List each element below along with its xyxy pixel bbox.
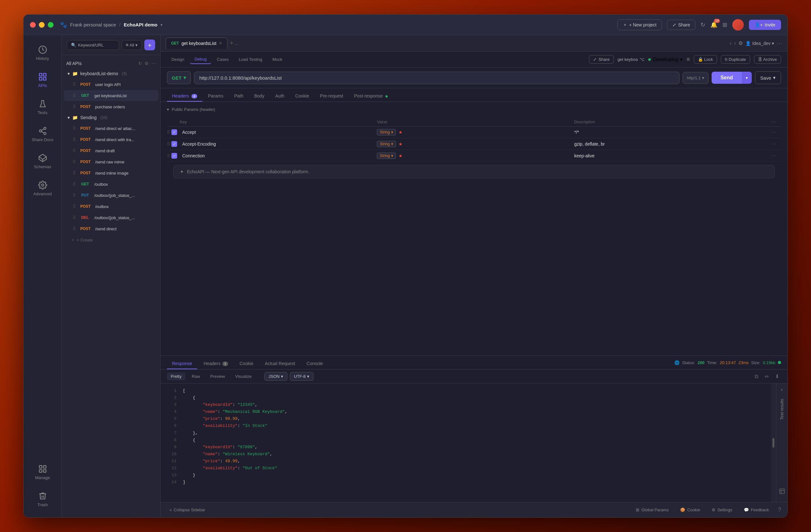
- resp-tab-console[interactable]: Console: [302, 359, 328, 369]
- tab-close-icon[interactable]: ×: [219, 41, 222, 46]
- send-dropdown-button[interactable]: ▾: [742, 72, 752, 84]
- tab-plus-button[interactable]: +: [230, 40, 233, 46]
- api-item-send-direct-attach[interactable]: ⠿ POST /send direct w/ attac...: [64, 123, 158, 134]
- notification-bell[interactable]: 🔔 19: [710, 21, 717, 28]
- send-button[interactable]: Send: [711, 72, 742, 84]
- collapse-sidebar-button[interactable]: « Collapse Sidebar: [167, 506, 208, 514]
- lock-button[interactable]: 🔒 Lock: [694, 55, 717, 64]
- refresh-icon[interactable]: ↻: [138, 61, 142, 66]
- param-tab-pre-request[interactable]: Pre-request: [315, 91, 348, 102]
- tab-design[interactable]: Design: [167, 55, 188, 64]
- sidebar-item-advanced[interactable]: Advanced: [24, 176, 61, 201]
- format-tab-preview[interactable]: Preview: [206, 373, 229, 380]
- format-tab-raw[interactable]: Raw: [188, 373, 204, 380]
- gear-icon[interactable]: ⚙: [738, 40, 743, 46]
- param-tab-body[interactable]: Body: [249, 91, 270, 102]
- api-item-keyboards-list[interactable]: ⠿ GET get keyboardsList: [64, 90, 158, 101]
- api-item-send-inline[interactable]: ⠿ POST /send inline image: [64, 168, 158, 178]
- chevron-left-icon[interactable]: ‹: [781, 387, 783, 393]
- avatar[interactable]: [732, 19, 744, 31]
- url-input[interactable]: [194, 72, 679, 84]
- api-item-send-draft[interactable]: ⠿ POST /send draft: [64, 145, 158, 156]
- tab-cases[interactable]: Cases: [213, 55, 233, 64]
- tab-mock[interactable]: Mock: [268, 55, 287, 64]
- resp-tab-actual-request[interactable]: Actual Request: [260, 359, 301, 369]
- sidebar-item-schemas[interactable]: Schemas: [24, 149, 61, 174]
- sidebar-item-share-docs[interactable]: Share Docs: [24, 121, 61, 147]
- row-more[interactable]: ⋯: [771, 141, 781, 147]
- sidebar-item-manage[interactable]: Manage: [24, 459, 61, 485]
- sidebar-item-history[interactable]: History: [24, 40, 61, 66]
- chevron-right-icon[interactable]: ›: [734, 40, 736, 46]
- format-selector[interactable]: JSON ▾: [264, 372, 287, 381]
- param-tab-headers[interactable]: Headers 4: [167, 91, 202, 102]
- api-item-outbox-del[interactable]: ⠿ DEL /outbox/{job_status_...: [64, 212, 158, 223]
- type-pill[interactable]: String ▾: [377, 153, 396, 159]
- all-apis-header[interactable]: All APIs ↻ ⚙ ⋯: [62, 58, 160, 69]
- method-selector[interactable]: GET ▾: [167, 71, 191, 84]
- more-icon[interactable]: ⋯: [151, 61, 156, 66]
- sending-folder[interactable]: ▾ 📁 Sending (10): [62, 112, 160, 123]
- resp-tab-response[interactable]: Response: [167, 359, 197, 369]
- row-more[interactable]: ⋯: [771, 130, 781, 135]
- row-checkbox[interactable]: ✓: [171, 130, 177, 135]
- create-button[interactable]: ＋ + Create: [62, 234, 160, 245]
- format-tab-pretty[interactable]: Pretty: [167, 373, 185, 380]
- search-box[interactable]: 🔍 Keyword/URL: [67, 40, 119, 50]
- param-tab-path[interactable]: Path: [229, 91, 248, 102]
- param-tab-post-response[interactable]: Post-response: [349, 91, 393, 102]
- resp-tab-headers[interactable]: Headers 3: [198, 359, 233, 369]
- type-pill[interactable]: String ▾: [377, 129, 396, 135]
- global-params-button[interactable]: ⊞ Global Params: [633, 506, 671, 514]
- settings-button[interactable]: ⚙ Settings: [709, 506, 735, 514]
- type-pill[interactable]: String ▾: [377, 141, 396, 147]
- param-tab-params[interactable]: Params: [203, 91, 228, 102]
- sidebar-item-trash[interactable]: Trash: [24, 486, 61, 512]
- more-options-icon[interactable]: ⋯: [777, 40, 782, 47]
- help-icon[interactable]: ?: [778, 506, 781, 513]
- tab-debug[interactable]: Debug: [190, 55, 211, 64]
- cookie-button[interactable]: 🍪 Cookie: [677, 506, 702, 514]
- api-item-send-raw-mime[interactable]: ⠿ POST /send raw mime: [64, 156, 158, 167]
- api-item-outbox-put[interactable]: ⠿ PUT /outbox/{job_status_...: [64, 190, 158, 201]
- row-checkbox[interactable]: ✓: [171, 141, 177, 147]
- sidebar-item-apis[interactable]: APIs: [24, 67, 61, 93]
- tab-load-testing[interactable]: Load Testing: [234, 55, 267, 64]
- resp-tab-cookie[interactable]: Cookie: [234, 359, 259, 369]
- row-checkbox[interactable]: ✓: [171, 153, 177, 158]
- share-docs-button[interactable]: ⤢ Share: [589, 55, 614, 64]
- duplicate-button[interactable]: ⎘ Duplicate: [721, 55, 750, 64]
- env-selector[interactable]: 👤 Idea_dev ▾: [745, 41, 774, 46]
- api-item-send-direct[interactable]: ⠿ POST /send direct: [64, 223, 158, 234]
- api-item-user-login[interactable]: ⠿ POST user login API: [64, 79, 158, 90]
- settings-icon[interactable]: ⚙: [144, 61, 149, 66]
- param-tab-cookie[interactable]: Cookie: [290, 91, 315, 102]
- grid-icon[interactable]: ⊞: [722, 21, 727, 28]
- layout-icon[interactable]: [779, 488, 785, 496]
- api-item-send-direct-tra[interactable]: ⠿ POST /send direct with tra...: [64, 134, 158, 145]
- invite-button[interactable]: 👤+ Invite: [749, 20, 781, 30]
- download-button[interactable]: ⬇: [773, 372, 781, 381]
- developing-badge[interactable]: Developing ▾: [648, 56, 683, 62]
- filter-pill[interactable]: All ▾: [122, 40, 142, 50]
- new-project-button[interactable]: ＋ + New project: [617, 19, 662, 30]
- feedback-button[interactable]: 💬 Feedback: [741, 506, 771, 514]
- vertical-scrollbar[interactable]: [771, 383, 776, 502]
- wrap-button[interactable]: ⇔: [763, 372, 770, 381]
- protocol-selector[interactable]: http/1.1 ▾: [683, 72, 708, 84]
- copy-button[interactable]: ⧉: [753, 372, 760, 381]
- archive-button[interactable]: 🗄 Archive: [754, 55, 781, 64]
- add-api-button[interactable]: ＋: [144, 40, 155, 50]
- tab-keyboards-list[interactable]: GET get keyboardsList ×: [166, 37, 227, 49]
- chevron-left-icon[interactable]: ‹: [730, 40, 731, 46]
- sidebar-item-tests[interactable]: Tests: [24, 94, 61, 120]
- keyboard-folder[interactable]: ▾ 📁 keyboardList-demo (3): [62, 69, 160, 79]
- encoding-selector[interactable]: UTF-8 ▾: [290, 372, 313, 381]
- api-item-purchase-orders[interactable]: ⠿ POST purchase orders: [64, 101, 158, 112]
- api-item-outbox-get[interactable]: ⠿ GET /outbox: [64, 179, 158, 189]
- param-tab-auth[interactable]: Auth: [270, 91, 290, 102]
- project-dropdown-arrow[interactable]: ▾: [160, 22, 163, 27]
- close-button[interactable]: [30, 22, 36, 28]
- list-icon[interactable]: ≡: [686, 56, 690, 63]
- format-tab-visualize[interactable]: Visualize: [231, 373, 256, 380]
